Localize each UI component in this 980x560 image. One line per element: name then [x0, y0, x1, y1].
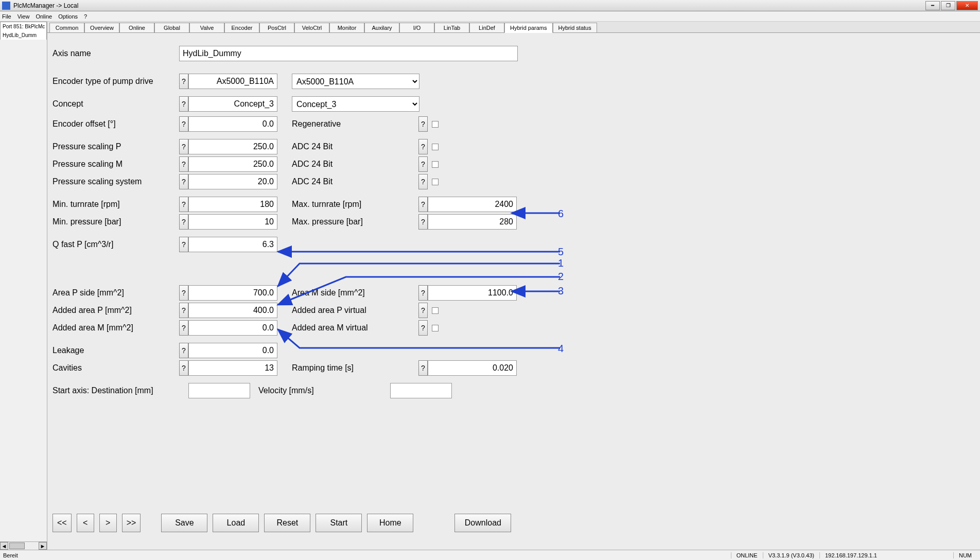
select-encoder-type[interactable]: Ax5000_B110A [292, 74, 419, 89]
button-reset[interactable]: Reset [264, 514, 310, 532]
help-concept[interactable]: ? [179, 96, 188, 112]
help-area-p-side[interactable]: ? [179, 285, 188, 301]
button-prev[interactable]: < [77, 514, 94, 532]
select-concept[interactable]: Concept_3 [292, 96, 419, 112]
input-area-p-side[interactable] [188, 285, 277, 301]
button-next[interactable]: > [99, 514, 117, 532]
input-encoder-type[interactable] [188, 74, 277, 89]
form-panel: Axis name Encoder type of pump drive ? A… [47, 33, 980, 550]
tab-global[interactable]: Global [154, 23, 189, 32]
checkbox-regenerative[interactable] [432, 121, 439, 128]
input-ramping-time[interactable] [428, 360, 517, 376]
input-area-m-side[interactable] [428, 285, 517, 301]
tab-io[interactable]: I/O [399, 23, 434, 32]
sidebar-hscroll[interactable]: ◄ ► [0, 541, 47, 550]
help-min-turnrate[interactable]: ? [179, 197, 188, 212]
tab-lintab[interactable]: LinTab [434, 23, 469, 32]
tab-monitor[interactable]: Monitor [329, 23, 364, 32]
help-adc24-3[interactable]: ? [418, 174, 428, 189]
tab-hybrid-status[interactable]: Hybrid status [553, 23, 597, 32]
tabbar: Common Overview Online Global Valve Enco… [47, 22, 980, 33]
help-added-area-m[interactable]: ? [179, 320, 188, 336]
menu-view[interactable]: View [18, 13, 30, 20]
label-max-pressure: Max. pressure [bar] [292, 217, 418, 226]
tab-hybrid-params[interactable]: Hybrid params [504, 23, 553, 33]
window-buttons: ━ ❐ ✕ [925, 1, 978, 10]
help-max-pressure[interactable]: ? [418, 214, 428, 230]
minimize-button[interactable]: ━ [925, 1, 940, 10]
input-encoder-offset[interactable] [188, 116, 277, 132]
button-home[interactable]: Home [367, 514, 413, 532]
input-added-area-m[interactable] [188, 320, 277, 336]
scroll-right-icon[interactable]: ► [39, 542, 47, 550]
tab-online[interactable]: Online [119, 23, 154, 32]
tab-posctrl[interactable]: PosCtrl [259, 23, 294, 32]
button-last[interactable]: >> [122, 514, 141, 532]
menu-online[interactable]: Online [36, 13, 52, 20]
input-concept[interactable] [188, 96, 277, 112]
tab-encoder[interactable]: Encoder [224, 23, 259, 32]
help-adc24-1[interactable]: ? [418, 139, 428, 154]
tab-valve[interactable]: Valve [189, 23, 224, 32]
tab-overview[interactable]: Overview [84, 23, 119, 32]
label-max-turnrate: Max. turnrate [rpm] [292, 200, 418, 209]
help-pressure-scaling-p[interactable]: ? [179, 139, 188, 154]
label-q-fast-p: Q fast P [cm^3/r] [52, 240, 179, 249]
input-pressure-scaling-m[interactable] [188, 156, 277, 172]
input-axis-name[interactable] [179, 46, 518, 61]
tab-common[interactable]: Common [49, 23, 84, 32]
input-min-turnrate[interactable] [188, 197, 277, 212]
help-added-area-p-virtual[interactable]: ? [418, 303, 428, 318]
checkbox-added-area-p-virtual[interactable] [432, 307, 439, 314]
help-pressure-scaling-m[interactable]: ? [179, 156, 188, 172]
help-encoder-type[interactable]: ? [179, 74, 188, 89]
menu-help[interactable]: ? [84, 13, 87, 20]
status-version: V3.3.1.9 (V3.0.43) [763, 552, 819, 558]
menu-options[interactable]: Options [58, 13, 78, 20]
help-max-turnrate[interactable]: ? [418, 197, 428, 212]
input-max-pressure[interactable] [428, 214, 517, 230]
input-cavities[interactable] [188, 360, 277, 376]
input-q-fast-p[interactable] [188, 237, 277, 252]
tab-veloctrl[interactable]: VeloCtrl [294, 23, 329, 32]
button-load[interactable]: Load [213, 514, 259, 532]
sidebar-item-axis[interactable]: HydLib_Dumm [0, 31, 47, 40]
button-download[interactable]: Download [454, 514, 511, 532]
help-adc24-2[interactable]: ? [418, 156, 428, 172]
input-min-pressure[interactable] [188, 214, 277, 230]
sidebar-item-port[interactable]: Port 851: BkPlcMc [0, 22, 47, 31]
help-regenerative[interactable]: ? [418, 116, 428, 132]
checkbox-adc24-3[interactable] [432, 179, 439, 185]
button-start[interactable]: Start [316, 514, 362, 532]
checkbox-adc24-2[interactable] [432, 161, 439, 168]
help-added-area-m-virtual[interactable]: ? [418, 320, 428, 336]
tab-auxilary[interactable]: Auxilary [364, 23, 399, 32]
maximize-button[interactable]: ❐ [941, 1, 955, 10]
input-start-axis[interactable] [188, 383, 250, 398]
help-min-pressure[interactable]: ? [179, 214, 188, 230]
menu-file[interactable]: File [2, 13, 11, 20]
help-pressure-scaling-system[interactable]: ? [179, 174, 188, 189]
help-added-area-p[interactable]: ? [179, 303, 188, 318]
input-pressure-scaling-system[interactable] [188, 174, 277, 189]
input-velocity[interactable] [390, 383, 452, 398]
input-pressure-scaling-p[interactable] [188, 139, 277, 154]
label-area-p-side: Area P side [mm^2] [52, 288, 179, 297]
checkbox-added-area-m-virtual[interactable] [432, 325, 439, 331]
help-ramping-time[interactable]: ? [418, 360, 428, 376]
help-area-m-side[interactable]: ? [418, 285, 428, 301]
input-added-area-p[interactable] [188, 303, 277, 318]
button-first[interactable]: << [52, 514, 72, 532]
input-leakage[interactable] [188, 343, 277, 358]
input-max-turnrate[interactable] [428, 197, 517, 212]
tab-lindef[interactable]: LinDef [469, 23, 504, 32]
help-encoder-offset[interactable]: ? [179, 116, 188, 132]
help-cavities[interactable]: ? [179, 360, 188, 376]
close-button[interactable]: ✕ [956, 1, 978, 10]
label-adc24-1: ADC 24 Bit [292, 142, 418, 151]
button-save[interactable]: Save [161, 514, 207, 532]
help-leakage[interactable]: ? [179, 343, 188, 358]
checkbox-adc24-1[interactable] [432, 144, 439, 150]
scroll-left-icon[interactable]: ◄ [0, 542, 8, 550]
help-q-fast-p[interactable]: ? [179, 237, 188, 252]
